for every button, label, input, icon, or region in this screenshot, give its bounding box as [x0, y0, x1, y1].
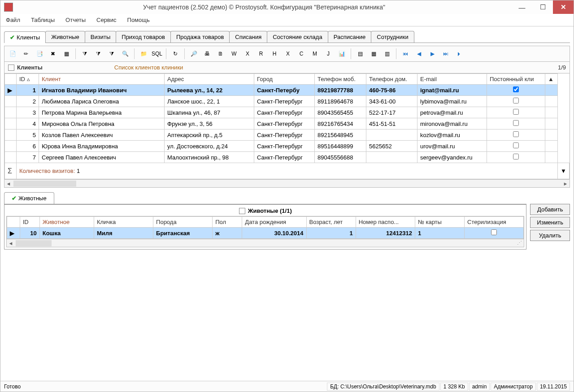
tab-0[interactable]: ✔Клиенты: [4, 31, 46, 43]
columns-icon[interactable]: ▥: [382, 48, 392, 59]
menu-файл[interactable]: Файл: [4, 16, 22, 24]
animals-col-2[interactable]: Кличка: [94, 217, 153, 228]
tab-3[interactable]: Приход товаров: [116, 31, 171, 43]
clients-grid[interactable]: ID ▵КлиентАдресГородТелефон моб.Телефон …: [4, 73, 570, 180]
export-xlsx-icon[interactable]: X: [283, 48, 293, 59]
nav-next-icon[interactable]: ▶: [427, 48, 438, 59]
tab-4[interactable]: Продажа товаров: [170, 31, 230, 43]
delete-icon[interactable]: ✖: [48, 48, 58, 59]
clients-col-7[interactable]: Постоянный кли: [487, 74, 545, 85]
filter-add-icon[interactable]: ⧩: [106, 48, 117, 59]
nav-last-icon[interactable]: ⏭: [440, 48, 451, 59]
cell-mob: 89215648945: [315, 129, 366, 141]
perm-checkbox[interactable]: [513, 142, 519, 148]
filter-icon[interactable]: ⧩: [79, 48, 90, 59]
export-rtf-icon[interactable]: R: [256, 48, 266, 59]
table-row[interactable]: 6Юрова Инна Владимировнаул. Достоевского…: [5, 141, 570, 152]
folder-icon[interactable]: 📁: [138, 48, 149, 59]
clients-col-4[interactable]: Телефон моб.: [315, 74, 366, 85]
table-row[interactable]: 3Петрова Марина ВалерьевнаШкапина ул., 4…: [5, 107, 570, 118]
perm-checkbox[interactable]: [513, 120, 519, 126]
report-icon[interactable]: ▤: [355, 48, 365, 59]
table-row[interactable]: 4Миронова Ольга ПетровнаФрунзе ул., 3, 5…: [5, 118, 570, 129]
table-row[interactable]: 7Сергеев Павел АлексеевичМалоохтинский п…: [5, 152, 570, 163]
menu-отчеты[interactable]: Отчеты: [64, 16, 87, 24]
animals-col-4[interactable]: Пол: [213, 217, 242, 228]
refresh-icon[interactable]: ↻: [170, 48, 181, 59]
perm-checkbox[interactable]: [513, 86, 519, 92]
export-json-icon[interactable]: J: [323, 48, 334, 59]
grid-icon[interactable]: ▦: [368, 48, 379, 59]
tab-2[interactable]: Визиты: [85, 31, 116, 43]
perm-checkbox[interactable]: [513, 131, 519, 137]
maximize-button[interactable]: ☐: [532, 0, 553, 14]
export-html-icon[interactable]: H: [269, 48, 280, 59]
sql-icon[interactable]: SQL: [152, 48, 162, 59]
preview-icon[interactable]: 🗎: [215, 48, 226, 59]
perm-checkbox[interactable]: [513, 98, 519, 103]
clients-col-2[interactable]: Адрес: [165, 74, 254, 85]
tab-5[interactable]: Списания: [229, 31, 267, 43]
animals-col-8[interactable]: № карты: [415, 217, 464, 228]
animals-col-3[interactable]: Порода: [153, 217, 213, 228]
animals-col-7[interactable]: Номер паспо...: [356, 217, 415, 228]
tab-7[interactable]: Расписание: [328, 31, 372, 43]
table-icon[interactable]: ▦: [61, 48, 72, 59]
vscroll-up-icon[interactable]: ▲: [545, 74, 558, 85]
filter-clear-icon[interactable]: ⧩: [93, 48, 104, 59]
export-doc-icon[interactable]: W: [229, 48, 239, 59]
add-button[interactable]: Добавить: [530, 204, 570, 215]
nav-prev-icon[interactable]: ◀: [413, 48, 424, 59]
nav-end-icon[interactable]: ⏵: [454, 48, 465, 59]
delete-button[interactable]: Удалить: [530, 230, 570, 241]
table-row[interactable]: ▶1Игнатов Владимир ИвановичРылеева ул., …: [5, 85, 570, 96]
export-xls-icon[interactable]: X: [242, 48, 253, 59]
animals-hscroll[interactable]: ◄ ⋰: [6, 239, 524, 247]
close-button[interactable]: ✕: [553, 0, 574, 14]
vscroll-down-icon[interactable]: ▼: [558, 163, 570, 179]
cell-addr: ул. Достоевского, д.24: [165, 141, 254, 152]
clients-hscroll[interactable]: ◄ ►: [4, 180, 570, 188]
scroll-left-icon[interactable]: ◄: [4, 180, 13, 188]
tab-6[interactable]: Состояние склада: [267, 31, 328, 43]
table-row[interactable]: 5Козлов Павел АлексеевичАптекарский пр.,…: [5, 129, 570, 141]
tab-8[interactable]: Сотрудники: [371, 31, 414, 43]
animals-col-1[interactable]: Животное: [39, 217, 94, 228]
animals-col-5[interactable]: Дата рождения: [242, 217, 306, 228]
animals-col-9[interactable]: Стерилизация: [465, 217, 524, 228]
cell-id: 6: [17, 141, 39, 152]
clients-col-5[interactable]: Телефон дом.: [366, 74, 417, 85]
clients-col-0[interactable]: ID ▵: [17, 74, 39, 85]
animals-col-0[interactable]: ID: [20, 217, 39, 228]
menu-сервис[interactable]: Сервис: [95, 16, 118, 24]
clients-col-3[interactable]: Город: [254, 74, 315, 85]
search-icon[interactable]: 🔍: [120, 48, 130, 59]
print-icon[interactable]: 🖶: [202, 48, 213, 59]
tab-animals[interactable]: ✔ Животные: [4, 192, 54, 204]
find-icon[interactable]: 🔎: [188, 48, 199, 59]
table-row[interactable]: 2Любимова Лариса ОлеговнаЛанское шос., 2…: [5, 96, 570, 107]
menu-таблицы[interactable]: Таблицы: [29, 16, 57, 24]
copy-icon[interactable]: 📑: [34, 48, 45, 59]
add-record-icon[interactable]: 📄: [7, 48, 18, 59]
clients-col-6[interactable]: E-mail: [417, 74, 487, 85]
perm-checkbox[interactable]: [513, 154, 519, 159]
edit-button[interactable]: Изменить: [530, 217, 570, 228]
perm-checkbox[interactable]: [513, 109, 519, 115]
menu-помощь[interactable]: Помощь: [126, 16, 152, 24]
nav-first-icon[interactable]: ⏮: [400, 48, 411, 59]
clients-col-1[interactable]: Клиент: [39, 74, 165, 85]
animals-col-6[interactable]: Возраст, лет: [306, 217, 356, 228]
chart-icon[interactable]: 📊: [336, 48, 347, 59]
edit-record-icon[interactable]: ✏: [21, 48, 31, 59]
table-row[interactable]: ▶10КошкаМиляБританскаяж30.10.20141124123…: [7, 228, 524, 239]
ster-checkbox[interactable]: [491, 229, 497, 235]
scroll-thumb[interactable]: [16, 240, 52, 246]
scroll-thumb[interactable]: [13, 181, 76, 187]
minimize-button[interactable]: —: [512, 0, 532, 14]
export-csv-icon[interactable]: C: [296, 48, 307, 59]
scroll-left-icon[interactable]: ◄: [7, 239, 15, 247]
scroll-right-icon[interactable]: ►: [561, 180, 570, 188]
export-xml-icon[interactable]: M: [309, 48, 320, 59]
tab-1[interactable]: Животные: [45, 31, 85, 43]
